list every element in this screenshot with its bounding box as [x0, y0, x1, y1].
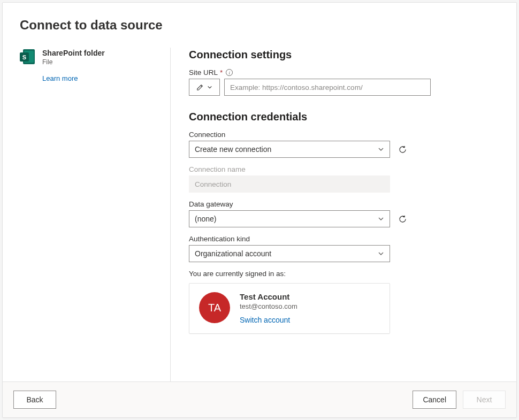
chevron-down-icon	[378, 146, 384, 152]
connection-name-field: Connection name	[189, 165, 499, 193]
account-card: TA Test Account test@contoso.com Switch …	[189, 283, 390, 334]
site-url-field: Site URL * i	[189, 68, 499, 96]
site-url-label: Site URL * i	[189, 68, 499, 77]
source-header: S SharePoint folder File	[20, 49, 159, 66]
signed-in-label: You are currently signed in as:	[189, 270, 499, 278]
site-url-input[interactable]	[224, 79, 431, 96]
connection-name-label: Connection name	[189, 165, 499, 173]
source-name: SharePoint folder	[42, 49, 105, 57]
sharepoint-icon: S	[20, 49, 36, 65]
chevron-down-icon	[378, 216, 384, 222]
auth-kind-label: Authentication kind	[189, 235, 499, 243]
connection-credentials-heading: Connection credentials	[189, 111, 499, 123]
chevron-down-icon	[207, 85, 212, 90]
pencil-icon	[196, 83, 204, 91]
learn-more-link[interactable]: Learn more	[42, 74, 78, 82]
next-button: Next	[463, 391, 506, 409]
auth-kind-select[interactable]: Organizational account	[189, 245, 390, 262]
connection-select[interactable]: Create new connection	[189, 141, 390, 158]
dialog-body: Connect to data source S SharePoint fold…	[3, 3, 516, 381]
source-panel: S SharePoint folder File Learn more	[20, 48, 171, 381]
connection-name-input	[189, 175, 390, 193]
input-mode-button[interactable]	[189, 79, 220, 96]
data-gateway-select[interactable]: (none)	[189, 210, 390, 227]
account-name: Test Account	[240, 292, 297, 301]
chevron-down-icon	[378, 250, 384, 257]
dialog-footer: Back Cancel Next	[3, 381, 516, 417]
refresh-connection-button[interactable]	[394, 141, 410, 157]
connection-field: Connection Create new connection	[189, 131, 499, 158]
settings-panel: Connection settings Site URL * i	[171, 48, 499, 381]
switch-account-link[interactable]: Switch account	[240, 316, 290, 324]
connect-dialog: Connect to data source S SharePoint fold…	[2, 2, 517, 418]
avatar: TA	[199, 292, 230, 323]
account-info: Test Account test@contoso.com Switch acc…	[240, 292, 297, 325]
auth-kind-field: Authentication kind Organizational accou…	[189, 235, 499, 262]
refresh-gateway-button[interactable]	[394, 211, 410, 227]
source-subtitle: File	[42, 58, 105, 66]
cancel-button[interactable]: Cancel	[413, 391, 456, 409]
page-title: Connect to data source	[20, 18, 499, 33]
data-gateway-field: Data gateway (none)	[189, 200, 499, 227]
source-text: SharePoint folder File	[42, 49, 105, 66]
data-gateway-label: Data gateway	[189, 200, 499, 208]
refresh-icon	[398, 215, 407, 224]
connection-settings-heading: Connection settings	[189, 49, 499, 61]
refresh-icon	[398, 145, 407, 154]
info-icon[interactable]: i	[226, 69, 233, 76]
required-indicator: *	[220, 68, 223, 77]
connection-label: Connection	[189, 131, 499, 139]
account-email: test@contoso.com	[240, 302, 297, 310]
content-row: S SharePoint folder File Learn more Conn…	[20, 48, 499, 381]
back-button[interactable]: Back	[13, 391, 56, 409]
